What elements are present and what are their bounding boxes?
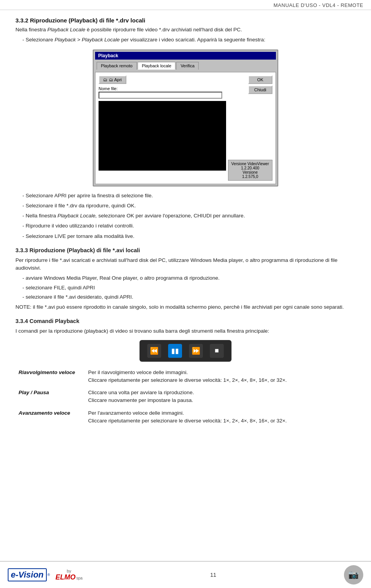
rewind-button[interactable]: ⏪ — [147, 344, 161, 358]
table-row: Riavvolgimento veloce Per il riavvolgime… — [15, 366, 356, 387]
section-333-heading: 3.3.3 Riproduzione (Playback) di file *.… — [15, 247, 356, 253]
version-label2: 1.2.20.400 — [231, 166, 269, 170]
spa-label: spa — [76, 576, 82, 580]
bullet3: - Selezionare il file *.drv da riprodurr… — [22, 202, 356, 210]
playback-window: Playback Playback remoto Playback locale… — [93, 50, 278, 186]
row1-label: Riavvolgimento veloce — [15, 366, 85, 387]
version-label1: Versione VideoViewer — [231, 162, 269, 166]
pw-video-area — [99, 101, 226, 171]
stop-button[interactable]: ■ — [210, 344, 224, 358]
s333-bullet3: - selezionare il file *.avi desiderato, … — [22, 293, 356, 301]
camera-icon: 📷 — [344, 565, 363, 585]
pw-field-input[interactable] — [99, 92, 222, 99]
evision-brand: e-Vision ® — [8, 568, 50, 581]
controls-bar: ⏪ ▮▮ ⏩ ■ — [140, 340, 231, 362]
pw-field-label: Nome file: — [99, 86, 242, 91]
footer-page-number: 11 — [210, 572, 216, 578]
camera-glyph: 📷 — [348, 570, 359, 580]
evision-sub: ® — [48, 573, 50, 577]
elmo-brand: by ELMO spa — [55, 569, 82, 581]
pw-chiudi-button[interactable]: Chiudi — [248, 85, 272, 94]
playback-titlebar: Playback — [95, 52, 276, 60]
bullet4: - Nella finestra Playback Locale, selezi… — [22, 212, 356, 220]
row1-desc: Per il riavvolgimento veloce delle immag… — [85, 366, 356, 387]
forward-button[interactable]: ⏩ — [189, 344, 203, 358]
table-row: Avanzamento veloce Per l'avanzamento vel… — [15, 407, 356, 427]
main-content: 3.3.2 Riproduzione (Playback) di file *.… — [0, 10, 371, 435]
evision-row: e-Vision ® — [8, 568, 50, 581]
elmo-logo: ELMO — [55, 573, 75, 581]
bullet5: - Riprodurre il video utilizzando i rela… — [22, 222, 356, 230]
s333-note: NOTE: il file *.avi può essere riprodott… — [15, 303, 356, 311]
pw-left-content: 🗂 🗂 Apri Nome file: — [99, 75, 242, 171]
version-label3: Versione — [231, 170, 269, 174]
s333-bullet1: - avviare Windows Media Player, Real One… — [22, 274, 356, 282]
elmo-row: ELMO spa — [55, 573, 82, 581]
controls-container: ⏪ ▮▮ ⏩ ■ — [15, 340, 356, 362]
section-332: 3.3.2 Riproduzione (Playback) di file *.… — [15, 17, 356, 240]
feature-table: Riavvolgimento veloce Per il riavvolgime… — [15, 366, 356, 427]
row2-label: Play / Pausa — [15, 386, 85, 407]
pause-button[interactable]: ▮▮ — [168, 344, 182, 358]
pw-version-box: Versione VideoViewer 1.2.20.400 Versione… — [228, 160, 272, 181]
row3-label: Avanzamento veloce — [15, 407, 85, 427]
bullet6: - Selezionare LIVE per tornare alla moda… — [22, 232, 356, 240]
screenshot-container: Playback Playback remoto Playback locale… — [15, 50, 356, 186]
section-333-intro: Per riprodurre i file *.avi scaricati e … — [15, 256, 356, 272]
playback-tabs: Playback remoto Playback locale Verifica — [95, 61, 276, 70]
version-label4: 1.2.575,0 — [231, 174, 269, 179]
row3-desc: Per l'avanzamento veloce delle immagini.… — [85, 407, 356, 427]
row2-desc: Cliccare una volta per avviare la riprod… — [85, 386, 356, 407]
evision-logo: e-Vision — [8, 568, 47, 581]
section-334-intro: I comandi per la riproduzione (playback)… — [15, 327, 356, 335]
tab-verifica[interactable]: Verifica — [176, 62, 199, 70]
playback-body: OK Chiudi 🗂 🗂 Apri Nome file: — [95, 72, 276, 184]
header-title: MANUALE D'USO - VDL4 - REMOTE — [274, 2, 363, 8]
section-332-bullet1: - Selezionare Playback > Playback Locale… — [22, 36, 356, 44]
section-334: 3.3.4 Comandi Playback I comandi per la … — [15, 318, 356, 427]
bullet2: - Selezionare APRI per aprire la finestr… — [22, 192, 356, 200]
pw-right-buttons: OK Chiudi — [248, 75, 272, 94]
page-footer: e-Vision ® by ELMO spa 11 📷 — [0, 561, 371, 588]
section-332-intro1: Nella finestra Playback Locale è possibi… — [15, 26, 356, 34]
s333-bullet2: - selezionare FILE, quindi APRI — [22, 284, 356, 292]
tab-remote[interactable]: Playback remoto — [97, 62, 137, 70]
pw-apri-button[interactable]: 🗂 🗂 Apri — [99, 75, 126, 84]
tab-locale[interactable]: Playback locale — [138, 62, 175, 70]
by-label: by — [67, 569, 71, 573]
footer-logo: e-Vision ® by ELMO spa — [8, 568, 83, 581]
pw-ok-button[interactable]: OK — [248, 75, 272, 84]
page-header: MANUALE D'USO - VDL4 - REMOTE — [0, 0, 371, 10]
section-332-heading: 3.3.2 Riproduzione (Playback) di file *.… — [15, 17, 356, 24]
section-333: 3.3.3 Riproduzione (Playback) di file *.… — [15, 247, 356, 311]
folder-icon: 🗂 — [103, 77, 107, 82]
section-334-heading: 3.3.4 Comandi Playback — [15, 318, 356, 324]
table-row: Play / Pausa Cliccare una volta per avvi… — [15, 386, 356, 407]
